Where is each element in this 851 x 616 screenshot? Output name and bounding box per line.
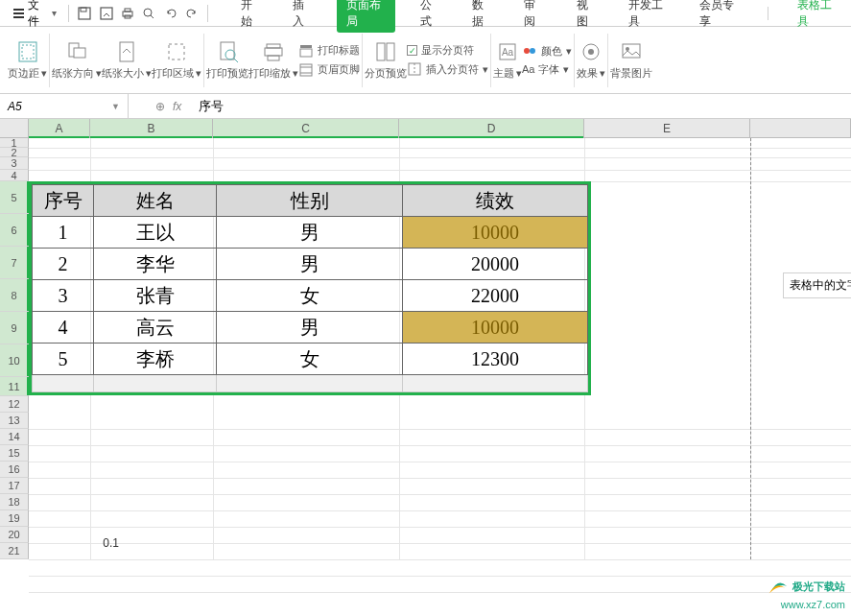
cell[interactable]: 1: [33, 217, 94, 249]
tab-review[interactable]: 审阅: [516, 0, 551, 33]
print-titles-button[interactable]: 打印标题: [298, 43, 360, 59]
row-header-12[interactable]: 12: [0, 396, 29, 413]
row-header-7[interactable]: 7: [0, 247, 29, 279]
insert-breaks-button[interactable]: 插入分页符▾: [407, 61, 488, 77]
row-header-16[interactable]: 16: [0, 462, 29, 478]
cell[interactable]: 女: [217, 280, 403, 312]
tab-developer[interactable]: 开发工具: [621, 0, 674, 33]
bg-image-button[interactable]: 背景图片: [610, 39, 652, 81]
tab-formula[interactable]: 公式: [413, 0, 447, 33]
cell-highlighted[interactable]: 10000: [403, 217, 588, 249]
header-footer-button[interactable]: 页眉页脚: [298, 62, 360, 78]
cell[interactable]: 女: [217, 344, 403, 375]
row-header-17[interactable]: 17: [0, 478, 29, 494]
col-header-empty[interactable]: [750, 119, 851, 137]
name-box[interactable]: A5 ▼: [0, 94, 129, 118]
selected-range[interactable]: 序号 姓名 性别 绩效 1 王以 男 10000 2 李华 男: [29, 181, 591, 395]
cell[interactable]: 4: [33, 312, 94, 344]
row-header-10[interactable]: 10: [0, 344, 29, 377]
svg-rect-35: [623, 44, 640, 58]
cell[interactable]: 20000: [403, 249, 588, 280]
row-header-15[interactable]: 15: [0, 445, 29, 462]
cell[interactable]: 男: [217, 217, 403, 249]
cell[interactable]: 男: [217, 312, 403, 344]
cell[interactable]: 男: [217, 249, 403, 280]
cell[interactable]: 李桥: [94, 344, 217, 375]
page-preview-button[interactable]: 分页预览: [365, 39, 407, 81]
cell[interactable]: 22000: [403, 280, 588, 312]
header-cell[interactable]: 序号: [33, 185, 94, 217]
cell[interactable]: 王以: [94, 217, 217, 249]
formula-input[interactable]: 序号: [191, 98, 851, 115]
row-header-11[interactable]: 11: [0, 377, 29, 396]
cell[interactable]: [217, 375, 403, 392]
header-cell[interactable]: 绩效: [403, 185, 588, 217]
cell[interactable]: [403, 375, 588, 392]
tab-member[interactable]: 会员专享: [692, 0, 745, 33]
row-header-9[interactable]: 9: [0, 312, 29, 344]
row-header-21[interactable]: 21: [0, 543, 29, 559]
cell[interactable]: 张青: [94, 280, 217, 312]
show-breaks-checkbox[interactable]: ✓显示分页符: [407, 43, 488, 58]
print-area-button[interactable]: 打印区域▾: [152, 39, 201, 81]
print-scale-button[interactable]: 打印缩放▾: [248, 39, 298, 81]
print-icon[interactable]: [118, 3, 137, 24]
save-as-icon[interactable]: [96, 3, 115, 24]
col-header-e[interactable]: E: [584, 119, 750, 137]
header-cell[interactable]: 姓名: [94, 185, 217, 217]
file-menu[interactable]: 文件 ▾: [8, 0, 62, 32]
select-all-corner[interactable]: [0, 119, 29, 137]
print-preview-icon[interactable]: [139, 3, 158, 24]
tab-data[interactable]: 数据: [464, 0, 499, 33]
cell[interactable]: 3: [33, 280, 94, 312]
col-header-a[interactable]: A: [29, 119, 90, 137]
orientation-button[interactable]: 纸张方向▾: [52, 39, 102, 81]
cell[interactable]: 5: [33, 344, 94, 375]
cell-value-stray[interactable]: 0.1: [65, 536, 119, 550]
tab-start[interactable]: 开始: [233, 0, 268, 33]
gridline: [29, 170, 851, 171]
themes-button[interactable]: Aa 主题▾: [493, 39, 522, 81]
search-icon[interactable]: ⊕: [155, 100, 165, 113]
col-header-c[interactable]: C: [213, 119, 399, 137]
save-icon[interactable]: [75, 3, 94, 24]
row-header-8[interactable]: 8: [0, 279, 29, 312]
row-header-14[interactable]: 14: [0, 429, 29, 445]
row-header-3[interactable]: 3: [0, 157, 29, 170]
fonts-button[interactable]: Aa 字体▾: [522, 62, 572, 77]
cell[interactable]: 2: [33, 249, 94, 280]
header-cell[interactable]: 性别: [217, 185, 403, 217]
tab-insert[interactable]: 插入: [285, 0, 319, 33]
colors-button[interactable]: 颜色▾: [522, 43, 572, 59]
col-header-b[interactable]: B: [90, 119, 213, 137]
row-header-5[interactable]: 5: [0, 181, 29, 214]
size-button[interactable]: 纸张大小▾: [102, 39, 152, 81]
cells-area[interactable]: 序号 姓名 性别 绩效 1 王以 男 10000 2 李华 男: [29, 138, 851, 559]
row-header-13[interactable]: 13: [0, 413, 29, 429]
row-header-2[interactable]: 2: [0, 148, 29, 157]
tab-page-layout[interactable]: 页面布局: [337, 0, 394, 33]
cell-highlighted[interactable]: 10000: [403, 312, 588, 344]
tab-view[interactable]: 视图: [569, 0, 603, 33]
tab-table-tools[interactable]: 表格工具: [790, 0, 843, 33]
divider: [362, 34, 363, 87]
margins-button[interactable]: 页边距▾: [8, 39, 47, 81]
svg-rect-26: [387, 43, 394, 60]
col-header-d[interactable]: D: [399, 119, 584, 137]
effects-button[interactable]: 效果▾: [577, 39, 605, 81]
cell[interactable]: 高云: [94, 312, 217, 344]
cell[interactable]: 12300: [403, 344, 588, 375]
redo-icon[interactable]: [182, 3, 201, 24]
cell[interactable]: 李华: [94, 249, 217, 280]
fx-icon[interactable]: fx: [173, 100, 181, 113]
row-header-19[interactable]: 19: [0, 510, 29, 527]
row-header-18[interactable]: 18: [0, 494, 29, 510]
undo-icon[interactable]: [160, 3, 179, 24]
cell[interactable]: [94, 375, 217, 392]
row-header-4[interactable]: 4: [0, 170, 29, 181]
cell[interactable]: [33, 375, 94, 392]
row-header-20[interactable]: 20: [0, 527, 29, 543]
print-preview-button[interactable]: 打印预览: [206, 39, 248, 81]
ribbon-theme-group: 颜色▾ Aa 字体▾: [522, 31, 572, 89]
row-header-6[interactable]: 6: [0, 214, 29, 247]
